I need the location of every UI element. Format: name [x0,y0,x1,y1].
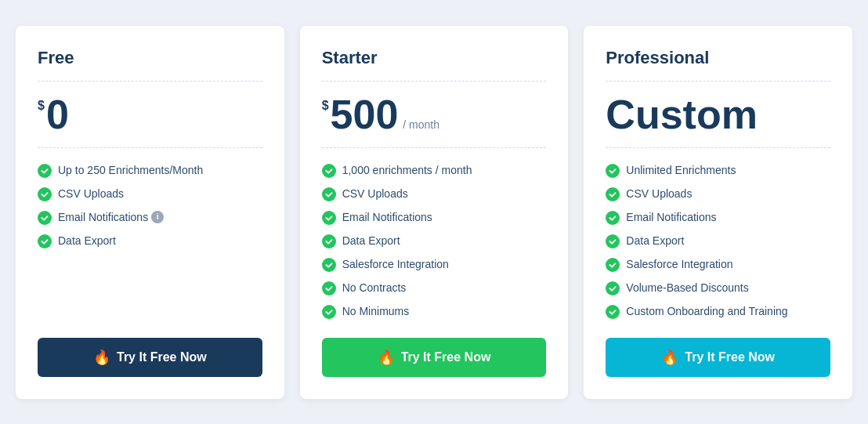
plan-name-starter: Starter [322,48,547,82]
feature-item-professional-4: Salesforce Integration [606,258,830,272]
cta-button-professional[interactable]: 🔥Try It Free Now [606,338,830,377]
plan-name-free: Free [38,48,262,82]
svg-point-0 [38,164,52,178]
check-icon [606,281,620,295]
feature-item-starter-2: Email Notifications [322,211,547,225]
feature-item-professional-3: Data Export [606,234,830,248]
svg-point-6 [322,211,336,225]
svg-point-8 [322,258,336,272]
svg-point-3 [38,234,52,248]
svg-point-7 [322,234,336,248]
check-icon [606,234,620,248]
svg-point-11 [606,164,620,178]
cta-label-starter: Try It Free Now [401,350,491,364]
feature-text-professional-3: Data Export [626,234,684,247]
price-amount-free: 0 [46,94,69,135]
feature-item-professional-5: Volume-Based Discounts [606,281,830,295]
price-currency-starter: $ [322,99,329,113]
check-icon [38,211,52,225]
feature-text-free-1: CSV Uploads [58,187,124,200]
svg-point-15 [606,258,620,272]
svg-point-9 [322,281,336,295]
svg-point-1 [38,187,52,201]
feature-item-starter-1: CSV Uploads [322,187,547,201]
feature-text-starter-6: No Minimums [342,305,410,317]
feature-item-professional-0: Unlimited Enrichments [606,164,830,178]
feature-text-professional-5: Volume-Based Discounts [626,281,748,294]
info-icon[interactable]: i [151,211,164,223]
check-icon [38,164,52,178]
feature-text-starter-4: Salesforce Integration [342,258,449,270]
feature-text-professional-1: CSV Uploads [626,187,692,200]
feature-text-free-0: Up to 250 Enrichments/Month [58,164,203,176]
cta-label-free: Try It Free Now [117,350,207,364]
feature-text-starter-3: Data Export [342,234,400,247]
svg-point-17 [606,305,620,319]
feature-text-free-2: Email Notificationsi [58,211,164,223]
svg-point-13 [606,211,620,225]
check-icon [606,211,620,225]
features-list-starter: 1,000 enrichments / monthCSV UploadsEmai… [322,164,547,319]
svg-point-2 [38,211,52,225]
price-amount-starter: 500 [331,94,399,135]
check-icon [322,187,336,201]
plan-name-professional: Professional [606,48,830,82]
feature-item-free-2: Email Notificationsi [38,211,262,225]
svg-point-5 [322,187,336,201]
svg-point-14 [606,234,620,248]
check-icon [322,234,336,248]
flame-icon: 🔥 [378,349,395,366]
svg-point-16 [606,281,620,295]
pricing-card-free: Free$0Up to 250 Enrichments/MonthCSV Upl… [16,26,284,399]
flame-icon: 🔥 [93,349,110,366]
cta-label-professional: Try It Free Now [685,350,775,364]
feature-text-professional-6: Custom Onboarding and Training [626,305,787,317]
price-currency-free: $ [38,99,45,113]
check-icon [606,164,620,178]
feature-item-starter-4: Salesforce Integration [322,258,547,272]
pricing-container: Free$0Up to 250 Enrichments/MonthCSV Upl… [16,26,852,399]
check-icon [322,258,336,272]
flame-icon: 🔥 [661,349,678,366]
feature-item-starter-0: 1,000 enrichments / month [322,164,547,178]
feature-item-free-1: CSV Uploads [38,187,262,201]
feature-item-free-3: Data Export [38,234,262,248]
svg-point-12 [606,187,620,201]
check-icon [38,234,52,248]
price-section-starter: $500/ month [322,94,547,148]
check-icon [322,164,336,178]
check-icon [38,187,52,201]
cta-button-free[interactable]: 🔥Try It Free Now [38,338,262,377]
check-icon [606,258,620,272]
features-list-free: Up to 250 Enrichments/MonthCSV UploadsEm… [38,164,262,319]
price-period-starter: / month [403,118,439,131]
feature-text-starter-5: No Contracts [342,281,407,294]
check-icon [606,305,620,319]
cta-button-starter[interactable]: 🔥Try It Free Now [322,338,547,377]
feature-item-starter-6: No Minimums [322,305,547,319]
pricing-card-starter: Starter$500/ month1,000 enrichments / mo… [300,26,569,399]
feature-text-starter-0: 1,000 enrichments / month [342,164,472,176]
check-icon [606,187,620,201]
feature-text-professional-4: Salesforce Integration [626,258,732,270]
feature-item-professional-6: Custom Onboarding and Training [606,305,830,319]
check-icon [322,305,336,319]
price-section-free: $0 [38,94,262,148]
feature-text-starter-1: CSV Uploads [342,187,408,200]
check-icon [322,211,336,225]
svg-point-4 [322,164,336,178]
feature-item-starter-5: No Contracts [322,281,547,295]
feature-item-professional-2: Email Notifications [606,211,830,225]
feature-text-professional-0: Unlimited Enrichments [626,164,736,176]
price-section-professional: Custom [606,94,830,148]
feature-item-free-0: Up to 250 Enrichments/Month [38,164,262,178]
price-custom-professional: Custom [606,94,758,135]
feature-text-professional-2: Email Notifications [626,211,716,223]
feature-item-professional-1: CSV Uploads [606,187,830,201]
feature-text-free-3: Data Export [58,234,116,247]
feature-text-starter-2: Email Notifications [342,211,432,223]
check-icon [322,281,336,295]
features-list-professional: Unlimited EnrichmentsCSV UploadsEmail No… [606,164,830,319]
svg-point-10 [322,305,336,319]
feature-item-starter-3: Data Export [322,234,547,248]
